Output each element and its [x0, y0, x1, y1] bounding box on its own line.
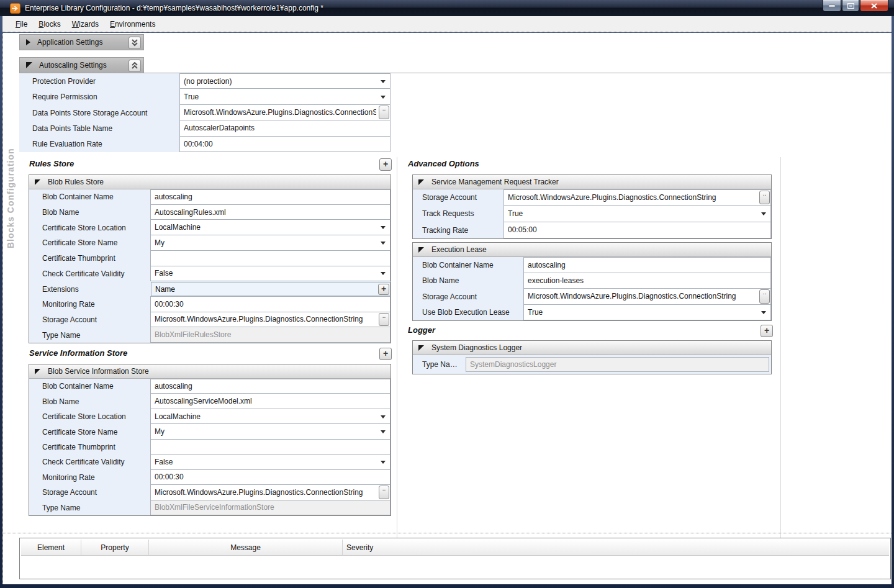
- property-label: Blob Container Name: [413, 257, 523, 273]
- certificate-store-location-select[interactable]: LocalMachine: [150, 409, 391, 424]
- blob-name-input[interactable]: [523, 273, 771, 289]
- row-type-name: Type Na…: [413, 355, 771, 374]
- certificate-store-location-select[interactable]: LocalMachine: [150, 219, 391, 235]
- row-monitoring-rate: Monitoring Rate: [29, 470, 391, 485]
- certificate-thumbprint-input[interactable]: [150, 439, 391, 455]
- property-label: Certificate Thumbprint: [29, 440, 150, 455]
- storage-account-field[interactable]: Microsoft.WindowsAzure.Plugins.Diagnosti…: [503, 189, 771, 206]
- browse-button[interactable]: ..: [379, 106, 389, 119]
- selected-value: True: [508, 209, 767, 218]
- storage-account-field[interactable]: Microsoft.WindowsAzure.Plugins.Diagnosti…: [150, 312, 391, 328]
- protection-provider-select[interactable]: (no protection): [179, 73, 391, 89]
- property-label: Use Blob Execution Lease: [413, 305, 523, 321]
- row-blob-container-name: Blob Container Name: [29, 379, 391, 394]
- extensions-collection[interactable]: Name +: [151, 282, 391, 296]
- row-protection-provider: Protection Provider (no protection): [19, 73, 391, 89]
- splitter-handle[interactable]: [3, 533, 892, 533]
- tracking-rate-input[interactable]: [503, 222, 771, 238]
- row-certificate-thumbprint: Certificate Thumbprint: [29, 440, 391, 455]
- check-certificate-validity-select[interactable]: False: [150, 454, 391, 469]
- row-certificate-store-location: Certificate Store Location LocalMachine: [29, 220, 391, 235]
- dropdown-arrow-icon: [761, 311, 766, 314]
- field-value: Microsoft.WindowsAzure.Plugins.Diagnosti…: [184, 108, 376, 117]
- advanced-options-title: Advanced Options: [408, 159, 479, 168]
- column-divider: [780, 157, 781, 558]
- check-certificate-validity-select[interactable]: False: [150, 266, 391, 282]
- minimize-icon: [829, 4, 835, 7]
- column-header-property[interactable]: Property: [81, 540, 149, 555]
- execution-lease-header[interactable]: Execution Lease: [413, 243, 771, 257]
- double-chevron-down-icon: [131, 39, 138, 47]
- maximize-button[interactable]: [842, 0, 859, 12]
- menu-blocks[interactable]: Blocks: [33, 17, 66, 31]
- monitoring-rate-input[interactable]: [150, 296, 391, 312]
- dropdown-arrow-icon: [381, 80, 386, 83]
- row-blob-name: Blob Name: [413, 273, 771, 289]
- selected-value: True: [184, 93, 386, 101]
- rules-store-title: Rules Store: [29, 159, 74, 168]
- group-body: Storage Account Microsoft.WindowsAzure.P…: [413, 189, 771, 238]
- expand-all-button[interactable]: [129, 37, 141, 49]
- storage-account-field[interactable]: Microsoft.WindowsAzure.Plugins.Diagnosti…: [150, 484, 391, 500]
- row-certificate-store-name: Certificate Store Name My: [29, 235, 391, 251]
- expander-expanded-icon: [35, 369, 40, 374]
- browse-button[interactable]: ..: [379, 313, 389, 327]
- data-points-storage-account-field[interactable]: Microsoft.WindowsAzure.Plugins.Diagnosti…: [179, 104, 391, 120]
- blob-rules-store-header[interactable]: Blob Rules Store: [29, 175, 391, 189]
- maximize-icon: [847, 3, 854, 9]
- certificate-store-name-select[interactable]: My: [150, 235, 391, 251]
- menu-file[interactable]: File: [10, 17, 33, 31]
- require-permission-select[interactable]: True: [179, 88, 391, 104]
- blob-container-name-input[interactable]: [150, 189, 391, 205]
- minimize-button[interactable]: [823, 0, 841, 12]
- extensions-name-header: Name: [155, 285, 175, 294]
- data-points-table-name-input[interactable]: [179, 120, 391, 136]
- property-label: Certificate Store Location: [29, 220, 150, 235]
- browse-button[interactable]: ..: [379, 486, 389, 499]
- rule-evaluation-rate-input[interactable]: [179, 136, 391, 152]
- tracker-header[interactable]: Service Management Request Tracker: [413, 175, 771, 189]
- row-storage-account: Storage Account Microsoft.WindowsAzure.P…: [413, 189, 771, 206]
- blob-name-input[interactable]: [150, 204, 391, 220]
- add-logger-button[interactable]: +: [761, 325, 773, 337]
- menu-environments[interactable]: Environments: [104, 17, 161, 31]
- row-check-certificate-validity: Check Certificate Validity False: [29, 455, 391, 469]
- property-label: Storage Account: [29, 312, 150, 328]
- property-label: Protection Provider: [19, 73, 179, 89]
- collapse-all-button[interactable]: [129, 60, 141, 72]
- row-storage-account: Storage Account Microsoft.WindowsAzure.P…: [413, 289, 771, 305]
- close-icon: [871, 3, 877, 9]
- group-title: Blob Rules Store: [48, 178, 104, 186]
- section-autoscaling-settings[interactable]: Autoscaling Settings: [19, 57, 144, 73]
- column-header-element[interactable]: Element: [21, 540, 81, 555]
- blob-service-information-store-header[interactable]: Blob Service Information Store: [29, 364, 391, 379]
- column-header-message[interactable]: Message: [149, 540, 343, 555]
- blob-container-name-input[interactable]: [523, 257, 771, 273]
- browse-button[interactable]: ..: [759, 191, 770, 204]
- type-name-readonly: [150, 500, 391, 515]
- blob-name-input[interactable]: [150, 393, 391, 409]
- row-check-certificate-validity: Check Certificate Validity False: [29, 266, 391, 282]
- row-certificate-thumbprint: Certificate Thumbprint: [29, 251, 391, 266]
- section-application-settings[interactable]: Application Settings: [19, 34, 144, 50]
- selected-value: False: [155, 269, 386, 278]
- browse-button[interactable]: ..: [759, 289, 770, 304]
- service-management-request-tracker-group: Service Management Request Tracker Stora…: [412, 174, 772, 239]
- row-track-requests: Track Requests True: [413, 206, 771, 222]
- add-rules-store-button[interactable]: +: [379, 158, 392, 171]
- system-diagnostics-logger-header[interactable]: System Diagnostics Logger: [413, 341, 771, 355]
- blob-container-name-input[interactable]: [150, 379, 391, 394]
- certificate-store-name-select[interactable]: My: [150, 423, 391, 439]
- use-blob-execution-lease-select[interactable]: True: [523, 304, 771, 321]
- column-header-severity[interactable]: Severity: [343, 540, 411, 555]
- track-requests-select[interactable]: True: [503, 205, 771, 222]
- monitoring-rate-input[interactable]: [150, 469, 391, 485]
- menu-wizards[interactable]: Wizards: [66, 17, 104, 31]
- storage-account-field[interactable]: Microsoft.WindowsAzure.Plugins.Diagnosti…: [523, 288, 771, 305]
- close-button[interactable]: [860, 0, 888, 12]
- blob-service-information-store-group: Blob Service Information Store Blob Cont…: [29, 364, 391, 516]
- field-value: Microsoft.WindowsAzure.Plugins.Diagnosti…: [528, 292, 757, 301]
- certificate-thumbprint-input[interactable]: [150, 250, 391, 266]
- add-extension-button[interactable]: +: [378, 284, 389, 295]
- add-service-information-store-button[interactable]: +: [379, 348, 392, 360]
